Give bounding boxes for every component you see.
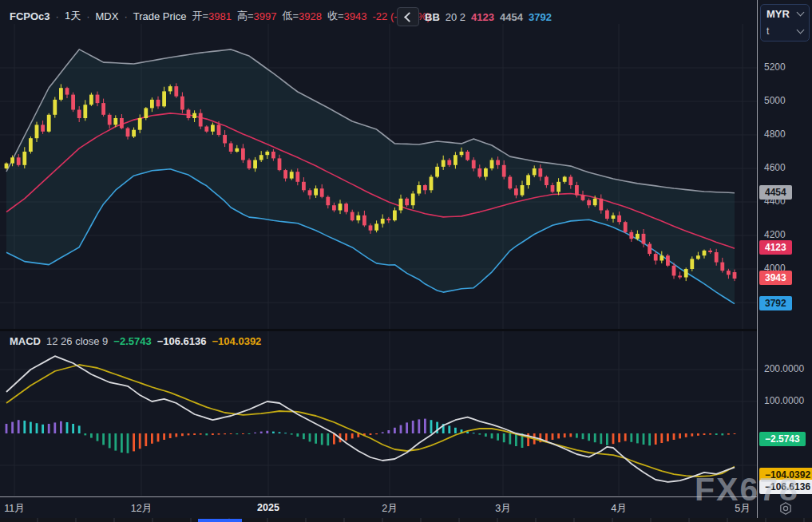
unit-value: t — [766, 26, 769, 37]
bb-title: BB — [425, 11, 440, 23]
bb-indicator-legend[interactable]: BB 20 2 4123 4454 3792 — [397, 7, 552, 26]
time-axis-label: 2月 — [382, 502, 397, 516]
series-label: Trade Price — [133, 10, 187, 22]
price-tick-label: 4200 — [764, 229, 786, 240]
time-axis-label: 5月 — [735, 502, 750, 516]
macd-params: 12 26 close 9 — [46, 335, 108, 347]
close-label: 收= — [327, 9, 344, 23]
time-axis[interactable]: 11月12月20252月3月4月5月 — [0, 496, 812, 519]
chart-canvas[interactable] — [0, 0, 812, 522]
macd-line-value: −106.6136 — [157, 335, 207, 347]
price-badge: 4454 — [759, 185, 792, 200]
price-tick-label: 4600 — [764, 162, 786, 173]
high-label: 高= — [237, 9, 254, 23]
macd-signal-value: −104.0392 — [212, 335, 262, 347]
macd-tick-label: 200.0000 — [764, 363, 804, 374]
macd-tick-label: 100.0000 — [764, 395, 804, 406]
price-badge: 3792 — [759, 296, 792, 310]
chevron-down-icon — [797, 9, 805, 17]
price-badge: 4123 — [759, 240, 792, 255]
symbol-name: FCPOc3 — [10, 10, 50, 22]
bb-basis-value: 4123 — [471, 11, 494, 23]
price-tick-label: 5200 — [764, 61, 786, 73]
pane-divider[interactable] — [0, 329, 812, 331]
time-axis-label: 12月 — [131, 502, 152, 516]
time-axis-label: 3月 — [495, 502, 510, 516]
time-axis-label: 4月 — [611, 502, 626, 516]
close-value: 3943 — [344, 10, 367, 22]
low-value: 3928 — [299, 10, 322, 22]
currency-value: MYR — [766, 8, 790, 20]
price-tick-label: 5000 — [764, 95, 786, 106]
price-tick-label: 4800 — [764, 129, 786, 140]
axis-settings-gear-icon[interactable] — [778, 501, 793, 516]
bb-lower-value: 3792 — [529, 11, 552, 23]
interval-label: 1天 — [65, 9, 81, 23]
high-value: 3997 — [254, 10, 277, 22]
collapse-legend-button[interactable] — [397, 7, 419, 26]
bb-params: 20 2 — [446, 11, 465, 23]
time-axis-label: 11月 — [4, 502, 24, 516]
visible-range-segment[interactable] — [198, 519, 242, 522]
bb-upper-value: 4454 — [500, 11, 523, 23]
macd-badge: −2.5743 — [759, 432, 806, 446]
macd-hist-value: −2.5743 — [113, 335, 151, 347]
open-label: 开= — [192, 9, 208, 23]
macd-title: MACD — [10, 335, 41, 347]
price-badge: 3943 — [759, 271, 792, 285]
macd-badge: −106.6136 — [759, 480, 812, 494]
unit-select[interactable]: t — [761, 22, 809, 40]
chevron-left-icon — [404, 12, 414, 22]
data-range-strip[interactable] — [0, 518, 812, 522]
trading-chart-window: FCPOc3 · 1天 · MDX · Trade Price 开=3981 高… — [0, 0, 812, 522]
macd-indicator-legend[interactable]: MACD 12 26 close 9 −2.5743 −106.6136 −10… — [10, 335, 261, 347]
time-axis-label: 2025 — [257, 502, 279, 513]
currency-select[interactable]: MYR — [761, 5, 809, 22]
chevron-down-icon — [797, 26, 805, 34]
open-value: 3981 — [208, 10, 232, 22]
currency-unit-box: MYR t — [760, 4, 810, 42]
symbol-legend[interactable]: FCPOc3 · 1天 · MDX · Trade Price 开=3981 高… — [10, 9, 430, 23]
exchange-label: MDX — [96, 10, 119, 22]
price-axis[interactable]: MYR t 5200500048004600440042004000200.00… — [757, 0, 812, 518]
low-label: 低= — [282, 9, 299, 23]
